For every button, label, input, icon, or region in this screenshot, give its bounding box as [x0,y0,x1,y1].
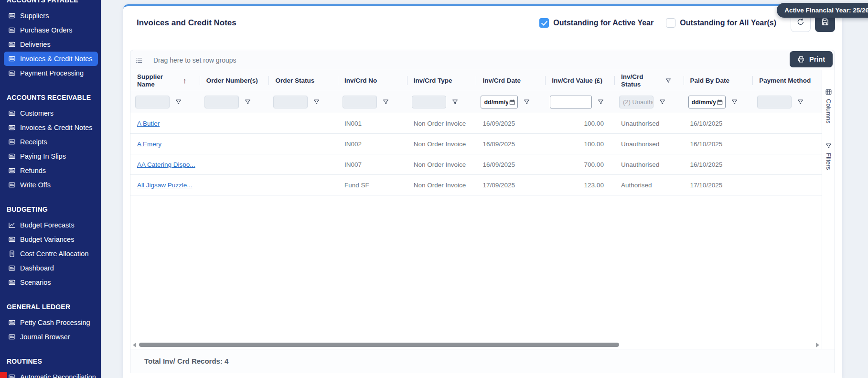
notification-badge [0,372,7,378]
filter-menu-button[interactable] [597,98,604,106]
sidebar-item-scenarios[interactable]: Scenarios [7,275,99,290]
filter-input[interactable] [412,96,446,108]
scroll-right-arrow[interactable] [816,343,819,347]
grid-status-bar: Total Inv/ Crd Records: 4 [130,349,835,373]
column-header-inv-crd-status[interactable]: Inv/Crd Status [614,70,684,91]
list-card-icon [8,181,16,189]
supplier-link[interactable]: A Butler [137,120,160,127]
sidebar-item-write-offs[interactable]: Write Offs [7,178,99,192]
date-filter-input[interactable]: dd/mm/yyyy [688,96,726,108]
sidebar-item-budget-forecasts[interactable]: Budget Forecasts [7,218,99,232]
sidebar-item-deliveries[interactable]: Deliveries [7,37,99,52]
filter-menu-button[interactable] [175,98,182,106]
column-header-inv-crd-date[interactable]: Inv/Crd Date [476,70,545,91]
column-header-inv-crd-value[interactable]: Inv/Crd Value (£) [545,70,614,91]
checkbox-outstanding-for-all-year-s[interactable]: Outstanding for All Year(s) [666,18,776,28]
sidebar-item-purchase-orders[interactable]: Purchase Orders [7,23,99,37]
column-header-paid-by-date[interactable]: Paid By Date [684,70,753,91]
sidebar-item-label: Paying In Slips [20,152,66,160]
filter-input[interactable] [550,96,592,108]
sidebar-item-payment-processing[interactable]: Payment Processing [7,66,99,80]
cell-order-number-s [200,175,269,195]
sidebar-item-label: Deliveries [20,41,51,48]
supplier-link[interactable]: A Emery [137,140,161,148]
calendar-icon[interactable] [717,99,723,106]
scrollbar-thumb[interactable] [139,343,619,347]
chart-icon [8,221,16,229]
table-row[interactable]: All Jigsaw Puzzle...Fund SFNon Order Inv… [130,175,822,195]
filter-menu-button[interactable] [451,98,459,106]
checkbox-checked-icon[interactable] [539,18,549,28]
cell-order-status [268,113,338,133]
filter-menu-button[interactable] [244,98,251,106]
checkbox-outstanding-for-active-year[interactable]: Outstanding for Active Year [539,18,654,28]
column-header-payment-method[interactable]: Payment Method [752,70,822,91]
filter-menu-button[interactable] [523,98,530,106]
filter-cell-inv-crd-date: dd/mm/yyyy [476,91,545,113]
sidebar-item-customers[interactable]: Customers [7,106,99,120]
sidebar-item-label: Purchase Orders [20,26,73,34]
table-row[interactable]: AA Catering Dispo...IN007Non Order Invoi… [130,154,822,175]
column-header-label: Inv/Crd Type [414,77,452,85]
sidebar-item-label: Refunds [20,167,46,174]
cell-inv-crd-type: Non Order Invoice [407,113,476,133]
checkbox-unchecked-icon[interactable] [666,18,675,28]
checkbox-label: Outstanding for All Year(s) [680,19,776,27]
sidebar-item-refunds[interactable]: Refunds [7,163,99,178]
filter-input[interactable] [135,96,170,108]
sidebar-item-paying-in-slips[interactable]: Paying In Slips [7,149,99,163]
sidebar-item-invoices-credit-notes[interactable]: Invoices & Credit Notes [4,52,98,66]
list-card-icon [8,236,16,243]
filter-input[interactable] [343,96,377,108]
sidebar-item-cost-centre-allocation[interactable]: Cost Centre Allocation [7,247,99,261]
sidebar-item-budget-variances[interactable]: Budget Variances [7,232,99,247]
printer-icon [797,55,805,63]
filter-menu-button[interactable] [797,98,804,106]
table-row[interactable]: A ButlerIN001Non Order Invoice16/09/2025… [130,113,822,134]
table-row[interactable]: A EmeryIN002Non Order Invoice16/09/20251… [130,134,822,154]
filter-menu-button[interactable] [382,98,389,106]
filter-menu-button[interactable] [731,98,738,106]
sidebar-nav: ACCOUNTS PAYABLESuppliersPurchase Orders… [0,0,101,378]
cell-inv-crd-status: Unauthorised [614,134,684,154]
scroll-left-arrow[interactable] [133,343,136,347]
side-panel-tab-filters[interactable]: Filters [825,142,832,170]
cell-inv-crd-date: 17/09/2025 [476,175,545,195]
list-card-icon [8,41,16,48]
filter-input[interactable] [204,96,239,108]
column-header-supplier-name[interactable]: Supplier Name↑ [130,70,200,91]
row-group-dropzone[interactable]: Drag here to set row groups [130,50,835,70]
sidebar-item-petty-cash-processing[interactable]: Petty Cash Processing [7,315,99,330]
column-filter-active-icon [665,77,672,84]
column-header-inv-crd-no[interactable]: Inv/Crd No [338,70,407,91]
sidebar-item-dashboard[interactable]: Dashboard [7,261,99,275]
refresh-icon [796,18,805,28]
filter-input[interactable] [757,96,792,108]
sidebar-item-suppliers[interactable]: Suppliers [7,9,99,23]
filter-input[interactable] [273,96,308,108]
sidebar: ACCOUNTS PAYABLESuppliersPurchase Orders… [0,0,101,378]
sidebar-item-receipts[interactable]: Receipts [7,135,99,149]
calendar-icon[interactable] [509,99,515,106]
column-header-label: Inv/Crd Date [482,77,521,85]
sidebar-item-automatic-reconciliation[interactable]: Automatic Reconciliation [7,370,99,378]
supplier-link[interactable]: All Jigsaw Puzzle... [137,182,193,189]
sidebar-item-invoices-credit-notes[interactable]: Invoices & Credit Notes [7,120,99,135]
filter-cell-inv-crd-value [545,91,614,113]
column-header-order-status[interactable]: Order Status [268,70,338,91]
side-panel-tab-columns[interactable]: Columns [825,88,832,123]
column-header-order-number-s[interactable]: Order Number(s) [200,70,269,91]
filter-input[interactable]: (2) Unauthori [619,96,654,108]
filter-menu-button[interactable] [659,98,666,106]
print-button[interactable]: Print [790,51,833,67]
sidebar-item-journal-browser[interactable]: Journal Browser [7,330,99,344]
cell-order-number-s [200,134,269,154]
column-header-inv-crd-type[interactable]: Inv/Crd Type [407,70,476,91]
cell-inv-crd-no: IN001 [338,113,407,133]
cell-inv-crd-status: Authorised [614,175,684,195]
date-filter-input[interactable]: dd/mm/yyyy [481,96,518,108]
cell-paid-by-date: 17/10/2025 [684,175,753,195]
filter-menu-button[interactable] [313,98,320,106]
scrollbar-track[interactable] [138,342,814,347]
supplier-link[interactable]: AA Catering Dispo... [137,161,195,168]
